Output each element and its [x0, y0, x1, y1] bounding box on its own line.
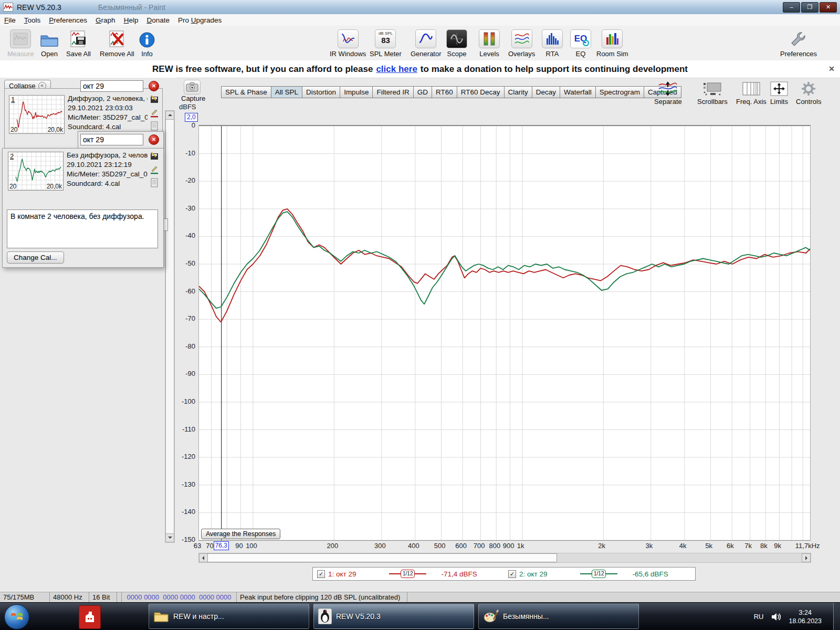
start-button[interactable]	[4, 604, 29, 629]
thumbnail-trace	[16, 159, 61, 181]
average-responses-button[interactable]: Average the Responses	[201, 529, 280, 539]
x-tick-label: 200	[327, 542, 339, 550]
menu-item-graph[interactable]: Graph	[91, 15, 120, 25]
menu-item-file[interactable]: File	[0, 15, 20, 25]
measurement-1-name-input[interactable]	[80, 80, 143, 92]
freq-axis-button[interactable]: Freq. Axis	[736, 80, 766, 106]
tab-clarity[interactable]: Clarity	[505, 86, 532, 98]
maximize-button[interactable]	[801, 2, 818, 13]
trace-1-smoothing[interactable]: 1/12	[401, 570, 415, 578]
separate-button[interactable]: Separate	[654, 80, 682, 106]
y-tick-label: -20	[177, 176, 195, 184]
close-button[interactable]	[820, 2, 837, 13]
change-cal-button[interactable]: Change Cal...	[7, 251, 64, 264]
room-sim-button[interactable]: Room Sim	[596, 28, 628, 58]
controls-button[interactable]: Controls	[796, 80, 821, 106]
measurement-2-delete-button[interactable]	[149, 134, 159, 145]
taskbar-button-folder[interactable]: REW и настр...	[149, 604, 309, 629]
measurement-notes-textarea[interactable]	[7, 209, 158, 248]
menu-item-preferences[interactable]: Preferences	[45, 15, 91, 25]
generator-button[interactable]: Generator	[411, 28, 442, 58]
tab-spl-phase[interactable]: SPL & Phase	[221, 86, 271, 98]
trace-2-smoothing[interactable]: 1/12	[592, 570, 606, 578]
banner-close-icon[interactable]: ✕	[828, 65, 835, 73]
scroll-up-icon[interactable]	[165, 111, 174, 120]
save-measurement-icon[interactable]	[150, 152, 159, 161]
tray-time: 3:24	[789, 608, 822, 617]
show-desktop-button[interactable]	[833, 603, 840, 630]
clock[interactable]: 3:24 18.06.2023	[789, 608, 822, 625]
notes-page-icon[interactable]	[150, 178, 159, 187]
overlays-button[interactable]: Overlays	[508, 28, 535, 58]
tab-rt60[interactable]: RT60	[432, 86, 457, 98]
tab-impulse[interactable]: Impulse	[340, 86, 373, 98]
tab-rt60-decay[interactable]: RT60 Decay	[457, 86, 505, 98]
scrollbar-thumb[interactable]	[207, 553, 557, 562]
menu-item-help[interactable]: Help	[120, 15, 143, 25]
measurement-1-thumbnail[interactable]: 1 20 20,0k	[9, 95, 65, 134]
donate-link[interactable]: click here	[376, 64, 417, 75]
info-button[interactable]: Info	[139, 28, 155, 58]
cursor-value-box: 2,0	[185, 113, 198, 122]
taskbar-button-paint[interactable]: Безымянны...	[478, 604, 639, 629]
rta-button[interactable]: RTA	[542, 28, 563, 58]
limits-button[interactable]: Limits	[770, 80, 789, 106]
scrollbar-thumb[interactable]	[165, 119, 174, 534]
preferences-wrench-icon	[789, 28, 808, 48]
trace-color-pencil-icon[interactable]	[150, 165, 159, 174]
measurement-2-name-input[interactable]	[80, 134, 143, 145]
pinned-app-icon[interactable]	[79, 605, 101, 629]
scroll-right-icon[interactable]	[802, 553, 811, 562]
tab-filtered-ir[interactable]: Filtered IR	[373, 86, 413, 98]
tab-decay[interactable]: Decay	[532, 86, 560, 98]
legend-entry-2: 2: окт 29 1/12 -65,6 dBFS	[504, 570, 695, 578]
measurements-panel: Collapse « 1 20 20,0k Диффузор, 2 челове…	[0, 78, 176, 591]
tab-spectrogram[interactable]: Spectrogram	[596, 86, 644, 98]
trace-1-checkbox[interactable]	[317, 570, 325, 578]
scrollbars-button[interactable]: Scrollbars	[697, 80, 728, 106]
spl-plot-area[interactable]	[198, 125, 811, 541]
scroll-down-icon[interactable]	[165, 533, 174, 542]
menu-item-donate[interactable]: Donate	[142, 15, 174, 25]
measurement-card-2[interactable]: 2 20 20,0k Без диффузора, 2 челов 29.10.…	[2, 148, 164, 268]
save-all-button[interactable]: Save All	[66, 28, 91, 58]
speaker-icon[interactable]	[771, 612, 781, 622]
tab-waterfall[interactable]: Waterfall	[560, 86, 596, 98]
ir-windows-button[interactable]: IR Windows	[330, 28, 366, 58]
minimize-button[interactable]	[783, 2, 800, 13]
tab-all-spl[interactable]: All SPL	[271, 86, 302, 98]
sidebar-scrollbar[interactable]	[165, 110, 175, 543]
y-tick-label: -130	[177, 480, 195, 488]
memory-usage: 75/175MB	[0, 592, 50, 603]
trace-1	[199, 209, 810, 322]
x-tick-label: 900	[503, 542, 514, 550]
tab-distortion[interactable]: Distortion	[302, 86, 340, 98]
capture-button[interactable]: Capture	[181, 80, 203, 102]
measurement-2-thumbnail[interactable]: 2 20 20,0k	[8, 152, 64, 191]
tab-gd[interactable]: GD	[414, 86, 432, 98]
open-button[interactable]: Open	[39, 28, 60, 58]
eq-button[interactable]: EQ EQ	[570, 28, 591, 58]
remove-all-button[interactable]: Remove All	[100, 28, 134, 58]
language-indicator[interactable]: RU	[754, 613, 764, 621]
trace-color-pencil-icon[interactable]	[150, 108, 159, 118]
menu-item-pro-upgrades[interactable]: Pro Upgrades	[174, 15, 226, 25]
scroll-left-icon[interactable]	[199, 553, 208, 562]
levels-button[interactable]: Levels	[479, 28, 500, 58]
graph-horizontal-scrollbar[interactable]	[198, 553, 811, 563]
gear-icon	[800, 80, 817, 98]
scope-button[interactable]: Scope	[446, 28, 467, 58]
measure-button[interactable]: Measure	[7, 28, 34, 58]
notes-page-icon[interactable]	[150, 121, 159, 131]
taskbar-button-rew[interactable]: REW V5.20.3	[313, 604, 474, 629]
measurement-1-delete-button[interactable]	[149, 81, 159, 91]
menu-item-tools[interactable]: Tools	[20, 15, 45, 25]
system-tray: RU 3:24 18.06.2023	[754, 603, 840, 630]
preferences-button[interactable]: Preferences	[780, 28, 817, 58]
y-tick-label: 0	[177, 121, 195, 129]
trace-2-checkbox[interactable]	[508, 570, 516, 578]
y-tick-label: -120	[177, 453, 195, 460]
save-measurement-icon[interactable]	[150, 95, 159, 104]
spl-meter-button[interactable]: dB SPL 83 SPL Meter	[370, 28, 402, 58]
trace-legend: 1: окт 29 1/12 -71,4 dBFS 2: окт 29 1/12…	[312, 567, 696, 581]
